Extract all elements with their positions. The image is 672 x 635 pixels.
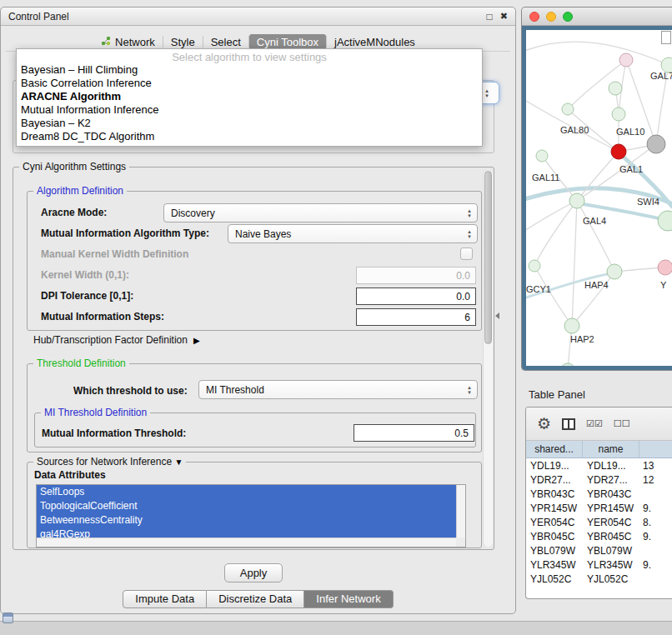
dpi-tolerance-field[interactable]: 0.0 xyxy=(356,288,476,305)
hub-definition-toggle[interactable]: Hub/Transcription Factor Definition ▶ xyxy=(33,334,200,346)
table-cell: YDR27... xyxy=(526,474,583,486)
network-node[interactable] xyxy=(564,318,579,333)
tab-jactivemnodules[interactable]: jActiveMNodules xyxy=(327,34,423,50)
table-row[interactable]: YBR045CYBR045C9. xyxy=(526,529,672,543)
apply-button[interactable]: Apply xyxy=(224,563,283,582)
network-canvas[interactable]: GAL7GAL80GAL10GAL1GAL11GAL4SWI4HAP4YGCY1… xyxy=(526,30,672,366)
table-row[interactable]: YPR145WYPR145W9. xyxy=(526,501,672,515)
expanded-arrow-icon: ▼ xyxy=(174,458,183,467)
network-tab-icon xyxy=(101,36,111,48)
data-attribute-list: SelfLoopsTopologicalCoefficientBetweenne… xyxy=(37,485,456,538)
mi-steps-field[interactable]: 6 xyxy=(356,308,476,326)
column-header[interactable] xyxy=(639,441,672,458)
tab-select[interactable]: Select xyxy=(203,34,248,50)
bottom-tab-bar: Impute Data Discretize Data Infer Networ… xyxy=(1,590,515,608)
network-node[interactable] xyxy=(612,108,625,121)
attribute-list-item[interactable]: SelfLoops xyxy=(37,485,456,499)
minimize-light-icon[interactable] xyxy=(546,12,556,22)
table-cell: YLR345W xyxy=(583,559,639,571)
float-window-icon[interactable]: □ xyxy=(487,11,493,22)
network-view-frame: GAL7GAL80GAL10GAL1GAL11GAL4SWI4HAP4YGCY1… xyxy=(522,26,672,370)
close-window-icon[interactable]: ✖ xyxy=(500,11,508,22)
table-cell: YJL052C xyxy=(583,573,639,585)
traffic-lights xyxy=(529,12,579,22)
tab-style[interactable]: Style xyxy=(163,34,203,50)
attribute-list-item[interactable]: gal4RGexp xyxy=(37,528,456,538)
mi-type-combobox[interactable]: Naive Bayes ▴▾ xyxy=(228,224,478,243)
kernel-width-field[interactable]: 0.0 xyxy=(356,267,476,284)
network-node[interactable] xyxy=(647,135,665,153)
aracne-mode-combobox[interactable]: Discovery ▴▾ xyxy=(163,203,478,222)
table-row[interactable]: YBL079WYBL079W xyxy=(526,543,672,558)
algorithm-menu-item[interactable]: Dream8 DC_TDC Algorithm xyxy=(17,130,482,143)
network-edge xyxy=(572,201,577,326)
network-node[interactable] xyxy=(529,260,540,272)
data-attribute-listbox: SelfLoopsTopologicalCoefficientBetweenne… xyxy=(36,484,466,548)
which-threshold-combobox[interactable]: MI Threshold ▴▾ xyxy=(198,380,478,399)
tab-impute-data[interactable]: Impute Data xyxy=(123,590,207,608)
table-row[interactable]: YDL19...YDL19...13 xyxy=(526,458,672,472)
node-label: GAL11 xyxy=(532,172,559,182)
control-panel-titlebar: Control Panel □ ✖ xyxy=(1,8,515,26)
table-cell: YBR045C xyxy=(526,531,583,542)
table-row[interactable]: YJL052CYJL052C xyxy=(526,572,672,586)
dropdown-placeholder: Select algorithm to view settings xyxy=(17,51,482,63)
table-cell: YBR043C xyxy=(526,488,583,500)
network-node[interactable] xyxy=(562,103,574,115)
algorithm-menu-item[interactable]: Basic Correlation Inference xyxy=(17,77,482,90)
deselect-all-checkboxes-icon[interactable]: ☐☐ xyxy=(614,418,630,429)
network-node[interactable] xyxy=(611,144,626,159)
settings-scrollbar[interactable] xyxy=(483,170,493,547)
manual-kernel-checkbox[interactable] xyxy=(460,248,473,260)
network-node[interactable] xyxy=(609,82,622,95)
zoom-light-icon[interactable] xyxy=(563,12,573,22)
attribute-list-item[interactable]: TopologicalCoefficient xyxy=(37,499,456,513)
panel-dock-icon[interactable] xyxy=(3,612,13,623)
network-node[interactable] xyxy=(607,264,622,279)
table-settings-gear-icon[interactable]: ⚙ xyxy=(537,416,551,432)
tab-cyni-toolbox[interactable]: Cyni Toolbox xyxy=(249,34,326,50)
list-horizontal-scrollbar[interactable] xyxy=(37,538,456,547)
node-label: GCY1 xyxy=(526,284,551,294)
close-light-icon[interactable] xyxy=(529,12,539,22)
algorithm-menu-item[interactable]: Bayesian – K2 xyxy=(17,117,482,130)
scrollbar-thumb[interactable] xyxy=(484,171,492,344)
table-row[interactable]: YDR27...YDR27...12 xyxy=(526,472,672,487)
network-edge xyxy=(534,266,572,326)
network-node[interactable] xyxy=(560,363,575,366)
network-node[interactable] xyxy=(619,53,633,67)
tab-network[interactable]: Network xyxy=(93,34,163,50)
combo-arrows-icon: ▴▾ xyxy=(462,229,477,239)
table-row[interactable]: YLR345WYLR345W9. xyxy=(526,558,672,572)
attribute-list-item[interactable]: BetweennessCentrality xyxy=(37,513,456,528)
mi-threshold-field[interactable]: 0.5 xyxy=(354,424,474,442)
algorithm-menu-item[interactable]: Bayesian – Hill Climbing xyxy=(17,63,482,77)
tab-infer-network[interactable]: Infer Network xyxy=(304,590,393,608)
table-row[interactable]: YER054CYER054C8. xyxy=(526,515,672,529)
network-node[interactable] xyxy=(536,150,548,162)
threshold-definition-legend: Threshold Definition xyxy=(33,358,129,369)
network-node[interactable] xyxy=(569,193,584,208)
table-panel-title: Table Panel xyxy=(529,388,585,401)
select-all-checkboxes-icon[interactable]: ☑☑ xyxy=(586,418,603,429)
table-cell: 9. xyxy=(639,531,672,542)
column-layout-icon[interactable] xyxy=(562,418,575,430)
table-cell: YPR145W xyxy=(526,502,583,514)
birdseye-toggle[interactable] xyxy=(661,31,671,44)
list-vertical-scrollbar[interactable] xyxy=(456,485,465,538)
table-row[interactable]: YBR043CYBR043C xyxy=(526,487,672,501)
tab-discretize-data[interactable]: Discretize Data xyxy=(207,590,304,608)
hub-definition-label: Hub/Transcription Factor Definition xyxy=(33,334,188,346)
table-cell: 12 xyxy=(639,474,672,486)
column-header[interactable]: name xyxy=(583,441,639,458)
algorithm-menu-item[interactable]: Mutual Information Inference xyxy=(17,103,482,117)
column-header[interactable]: shared... xyxy=(526,441,583,458)
mi-threshold-label: Mutual Information Threshold: xyxy=(42,424,186,442)
node-label: GAL4 xyxy=(583,216,606,226)
table-cell: YBL079W xyxy=(583,545,639,557)
network-node[interactable] xyxy=(658,211,672,231)
panel-splitter-collapse-icon[interactable] xyxy=(495,312,499,319)
table-cell: YPR145W xyxy=(583,502,639,514)
algorithm-menu-item[interactable]: ARACNE Algorithm xyxy=(17,90,482,103)
network-node[interactable] xyxy=(658,260,672,275)
